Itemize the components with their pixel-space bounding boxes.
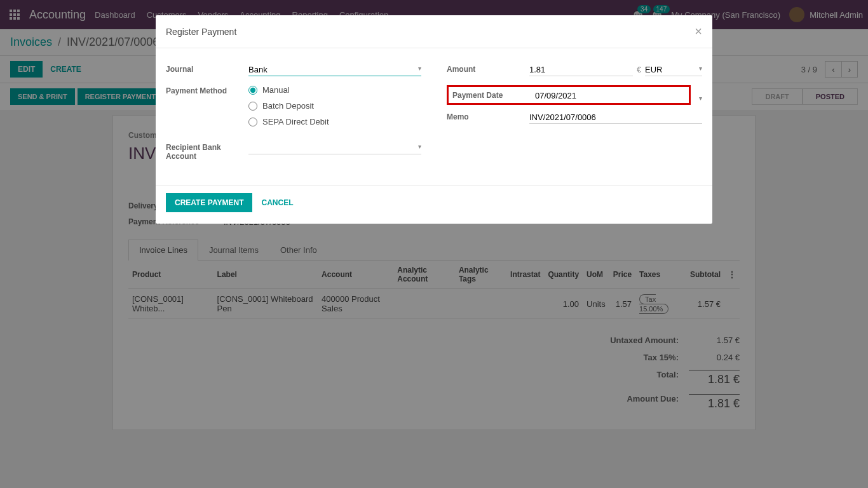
memo-label: Memo	[447, 111, 529, 121]
memo-input[interactable]	[529, 111, 702, 124]
currency-input[interactable]	[645, 64, 702, 76]
modal-footer: CREATE PAYMENT CANCEL	[156, 185, 712, 224]
recipient-label: Recipient Bank Account	[166, 142, 248, 161]
method-batch[interactable]: Batch Deposit	[248, 101, 421, 111]
method-manual-radio[interactable]	[248, 86, 257, 95]
amount-label: Amount	[447, 64, 529, 74]
close-icon[interactable]: ×	[695, 24, 702, 39]
method-sepa-label: SEPA Direct Debit	[262, 117, 329, 126]
method-sepa[interactable]: SEPA Direct Debit	[248, 117, 421, 126]
amount-input[interactable]	[529, 64, 633, 76]
journal-label: Journal	[166, 64, 248, 74]
currency-symbol: €	[637, 65, 641, 74]
method-batch-label: Batch Deposit	[262, 101, 314, 111]
recipient-input[interactable]	[248, 142, 421, 154]
cancel-button[interactable]: CANCEL	[261, 198, 293, 207]
method-manual[interactable]: Manual	[248, 85, 421, 95]
date-input[interactable]	[535, 90, 685, 102]
create-payment-button[interactable]: CREATE PAYMENT	[166, 193, 252, 212]
modal-header: Register Payment ×	[156, 15, 712, 48]
chevron-down-icon[interactable]: ▾	[699, 95, 702, 102]
register-payment-modal: Register Payment × Journal ▾ Payment Met…	[156, 15, 712, 224]
method-batch-radio[interactable]	[248, 102, 257, 111]
modal-title: Register Payment	[166, 27, 236, 37]
method-sepa-radio[interactable]	[248, 118, 257, 126]
payment-date-highlight: Payment Date	[447, 85, 691, 105]
method-manual-label: Manual	[262, 85, 290, 95]
journal-input[interactable]	[248, 64, 421, 76]
date-label: Payment Date	[452, 90, 535, 100]
method-label: Payment Method	[166, 85, 248, 95]
modal-overlay: Register Payment × Journal ▾ Payment Met…	[0, 0, 868, 488]
